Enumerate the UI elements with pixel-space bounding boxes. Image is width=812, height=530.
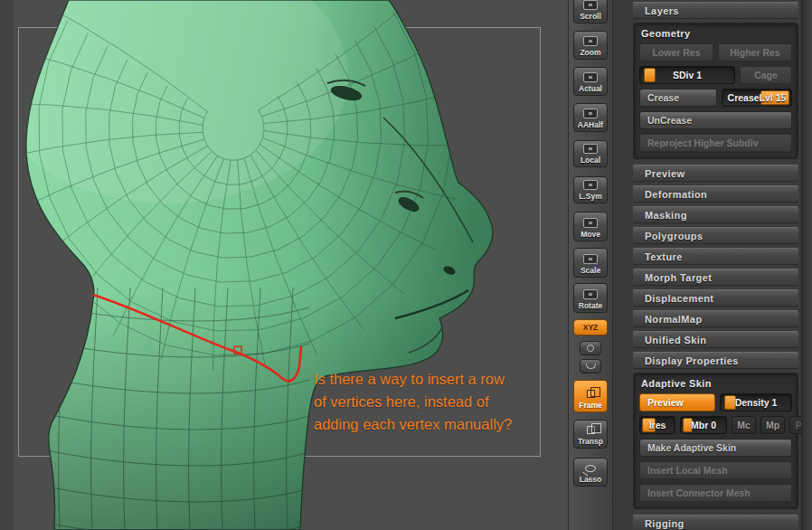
insert-connector-mesh-button[interactable]: Insert Connector Mesh (639, 484, 792, 502)
floor-button[interactable] (580, 359, 601, 374)
move-icon (583, 218, 598, 228)
move-button[interactable]: Move (573, 212, 608, 241)
insert-local-mesh-button[interactable]: Insert Local Mesh (639, 461, 792, 479)
geometry-panel: Geometry Lower Res Higher Res SDiv 1 Cag… (633, 23, 798, 159)
pd-toggle[interactable]: Pd (789, 416, 801, 434)
mp-toggle[interactable]: Mp (760, 416, 785, 434)
model-canvas (0, 0, 568, 530)
section-normalmap[interactable]: NormalMap (633, 310, 798, 327)
annotation-line-1: Is there a way to insert a row (314, 368, 545, 391)
frame-cube-icon (587, 390, 595, 398)
tool-palette-content: Layers Geometry Lower Res Higher Res SDi… (613, 0, 801, 530)
geometry-panel-title[interactable]: Geometry (641, 28, 792, 39)
rotate-button[interactable]: Rotate (573, 283, 608, 313)
scale-icon (583, 254, 598, 264)
xyz-button[interactable]: XYZ (573, 319, 608, 336)
aahalf-button[interactable]: AAHalf (573, 103, 608, 132)
section-display-properties[interactable]: Display Properties (633, 352, 798, 369)
sdiv-slider[interactable]: SDiv 1 (639, 66, 735, 84)
actual-label: Actual (579, 84, 602, 93)
section-deformation[interactable]: Deformation (633, 185, 798, 203)
scroll-icon (583, 0, 598, 10)
local-icon (583, 144, 598, 154)
annotation-text: Is there a way to insert a row of vertic… (314, 368, 545, 436)
scroll-label: Scroll (580, 12, 601, 21)
local-button[interactable]: Local (573, 140, 608, 167)
zoom-button[interactable]: Zoom (573, 31, 608, 60)
viewport-3d[interactable]: Is there a way to insert a row of vertic… (0, 0, 568, 530)
ires-slider[interactable]: Ires (639, 416, 675, 434)
section-texture[interactable]: Texture (633, 248, 798, 265)
move-label: Move (581, 230, 600, 239)
rotate-label: Rotate (579, 301, 602, 310)
transp-button[interactable]: Transp (573, 420, 608, 449)
section-displacement[interactable]: Displacement (633, 289, 798, 307)
scale-button[interactable]: Scale (573, 248, 608, 278)
mbr-slider[interactable]: Mbr 0 (680, 416, 727, 434)
zbrush-window: Is there a way to insert a row of vertic… (0, 0, 812, 530)
zoom-icon (583, 36, 598, 46)
tool-palette: Layers Geometry Lower Res Higher Res SDi… (613, 0, 812, 530)
section-rigging[interactable]: Rigging (633, 515, 798, 530)
make-adaptive-skin-button[interactable]: Make Adaptive Skin (639, 439, 792, 457)
sdiv-slider-knob[interactable] (644, 68, 656, 82)
aahalf-label: AAHalf (578, 120, 603, 129)
zoom-label: Zoom (580, 48, 600, 57)
annotation-line-3: adding each vertex manually? (314, 413, 545, 436)
frame-label: Frame (579, 401, 602, 410)
scroll-button[interactable]: Scroll (573, 0, 608, 24)
sdiv-slider-label: SDiv 1 (673, 70, 702, 80)
floor-icon (586, 364, 596, 369)
section-morph-target[interactable]: Morph Target (633, 269, 798, 286)
mbr-slider-label: Mbr 0 (691, 420, 716, 431)
crease-button[interactable]: Crease (639, 89, 717, 107)
adaptive-skin-panel: Adaptive Skin Preview Density 1 Ires (633, 373, 798, 509)
transp-label: Transp (578, 437, 603, 446)
transp-icon (587, 426, 595, 434)
section-preview[interactable]: Preview (633, 165, 798, 182)
lsym-label: L.Sym (579, 192, 602, 201)
xyz-label: XYZ (583, 323, 599, 332)
cage-button[interactable]: Cage (740, 66, 792, 84)
scale-label: Scale (581, 266, 600, 275)
reproject-button[interactable]: Reproject Higher Subdiv (639, 134, 792, 152)
density-slider-label: Density 1 (735, 397, 778, 408)
tray-scrollbar[interactable] (801, 0, 812, 530)
higher-res-button[interactable]: Higher Res (718, 43, 792, 62)
lasso-button[interactable]: Lasso (573, 458, 608, 487)
frame-button[interactable]: Frame (573, 380, 608, 412)
adaptive-preview-button[interactable]: Preview (639, 393, 715, 412)
density-slider[interactable]: Density 1 (720, 393, 792, 412)
creaselvl-slider-label: CreaseLvl 15 (728, 92, 787, 103)
lasso-label: Lasso (580, 475, 602, 484)
section-unified-skin[interactable]: Unified Skin (633, 331, 798, 348)
rotate-icon (583, 289, 598, 299)
local-label: Local (581, 156, 600, 165)
mc-toggle[interactable]: Mc (732, 416, 756, 434)
right-shelf: Scroll Zoom Actual AAHalf Local L.Sym Mo… (568, 0, 613, 530)
lsym-icon (583, 180, 598, 190)
aahalf-icon (583, 109, 598, 118)
persp-button[interactable] (580, 341, 601, 355)
creaselvl-slider[interactable]: CreaseLvl 15 (722, 89, 792, 107)
adaptive-skin-panel-title[interactable]: Adaptive Skin (641, 378, 792, 389)
actual-button[interactable]: Actual (573, 67, 608, 96)
persp-icon (587, 345, 594, 352)
section-layers[interactable]: Layers (633, 2, 798, 19)
lsym-button[interactable]: L.Sym (573, 176, 608, 203)
uncrease-button[interactable]: UnCrease (639, 111, 792, 129)
section-polygroups[interactable]: Polygroups (633, 227, 798, 244)
actual-icon (583, 72, 598, 82)
lower-res-button[interactable]: Lower Res (639, 43, 713, 62)
ires-slider-label: Ires (649, 420, 666, 431)
lasso-icon (585, 465, 596, 472)
section-masking[interactable]: Masking (633, 206, 798, 223)
annotation-line-2: of vertices here, instead of (314, 391, 545, 413)
